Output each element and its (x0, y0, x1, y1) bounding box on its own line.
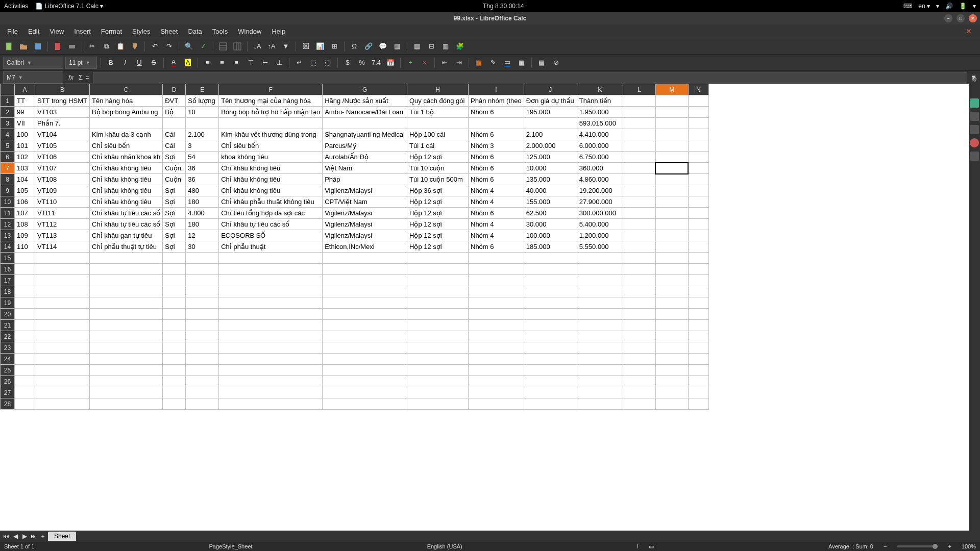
cell[interactable]: Sợi (163, 208, 186, 219)
cell[interactable] (688, 376, 708, 387)
cell[interactable] (577, 365, 623, 376)
cell[interactable] (407, 309, 469, 320)
cell[interactable]: Hộp 12 sợi (407, 230, 469, 241)
cell[interactable]: 6.000.000 (577, 140, 623, 152)
cell[interactable] (623, 118, 655, 129)
menu-view[interactable]: View (44, 26, 69, 37)
sidebar-styles-icon[interactable] (970, 112, 979, 121)
row-header[interactable]: 15 (1, 253, 15, 264)
cell[interactable] (163, 320, 186, 331)
cell[interactable] (469, 286, 524, 297)
cell[interactable] (655, 376, 688, 387)
cell[interactable]: Cuộn (163, 174, 186, 185)
row-header[interactable]: 27 (1, 387, 15, 398)
number-icon[interactable]: 7.4 (370, 57, 382, 69)
extension-icon[interactable]: 🧩 (454, 40, 466, 53)
cell[interactable] (219, 253, 323, 264)
app-indicator[interactable]: 📄 LibreOffice 7.1 Calc ▾ (35, 3, 103, 10)
cell[interactable] (469, 264, 524, 275)
cell[interactable]: Túi 10 cuộn (407, 163, 469, 174)
zoom-in-icon[interactable]: + (948, 543, 951, 549)
cell[interactable]: VT108 (35, 174, 90, 185)
cell[interactable] (163, 331, 186, 342)
cell[interactable] (90, 354, 163, 365)
cell[interactable] (15, 286, 35, 297)
cell[interactable]: Đơn giá dự thầu (524, 95, 577, 107)
cell[interactable] (577, 398, 623, 410)
cell[interactable] (524, 342, 577, 354)
cell[interactable]: Chỉ khâu không tiêu (90, 163, 163, 174)
cell[interactable] (407, 118, 469, 129)
col-header-D[interactable]: D (163, 84, 186, 95)
cell[interactable]: Quy cách đóng gói (407, 95, 469, 107)
cell[interactable] (524, 365, 577, 376)
sum-icon[interactable]: Σ (79, 73, 83, 81)
cell[interactable] (655, 163, 688, 174)
cell[interactable]: TT (15, 95, 35, 107)
cell[interactable] (623, 196, 655, 208)
cell[interactable] (323, 354, 407, 365)
cell[interactable]: Chỉ khâu tự tiêu các số (219, 219, 323, 230)
cell[interactable]: Túi 1 bộ (407, 107, 469, 118)
cell[interactable] (469, 297, 524, 309)
cell[interactable] (163, 118, 186, 129)
cell[interactable] (688, 163, 708, 174)
cell[interactable] (163, 365, 186, 376)
cell[interactable] (15, 331, 35, 342)
cell[interactable] (323, 376, 407, 387)
cell[interactable] (163, 286, 186, 297)
cell[interactable] (623, 152, 655, 163)
menu-edit[interactable]: Edit (23, 26, 44, 37)
cell[interactable] (688, 196, 708, 208)
cell[interactable]: 4.800 (186, 208, 219, 219)
cell[interactable]: Ambu- Nanocare/Đài Loan (323, 107, 407, 118)
cell[interactable]: 5.400.000 (577, 219, 623, 230)
cell[interactable] (688, 129, 708, 140)
cell[interactable] (90, 275, 163, 286)
cell[interactable]: 110 (15, 241, 35, 253)
cell[interactable] (90, 331, 163, 342)
underline-icon[interactable]: U (133, 57, 145, 69)
cell[interactable]: 4.410.000 (577, 129, 623, 140)
row-header[interactable]: 26 (1, 376, 15, 387)
gear-icon[interactable]: ⚙ (971, 76, 977, 83)
cell[interactable] (407, 376, 469, 387)
cell[interactable] (219, 320, 323, 331)
cell[interactable] (524, 264, 577, 275)
cell[interactable]: Sợi (163, 219, 186, 230)
cell[interactable] (219, 264, 323, 275)
bold-icon[interactable]: B (105, 57, 117, 69)
cell[interactable] (35, 342, 90, 354)
cell[interactable]: 100 (15, 129, 35, 140)
cell[interactable]: Nhóm 6 (469, 241, 524, 253)
cell[interactable] (186, 320, 219, 331)
row-header[interactable]: 11 (1, 208, 15, 219)
cell[interactable]: 180 (186, 196, 219, 208)
cell[interactable]: Tên hàng hóa (90, 95, 163, 107)
cell[interactable] (163, 354, 186, 365)
cell[interactable] (623, 174, 655, 185)
row-header[interactable]: 5 (1, 140, 15, 152)
cell[interactable]: Tên thương mại của hàng hóa (219, 95, 323, 107)
cell[interactable] (186, 275, 219, 286)
cell[interactable] (577, 331, 623, 342)
cell[interactable]: ECOSORB SỐ (219, 230, 323, 241)
cell[interactable]: 180 (186, 219, 219, 230)
cell[interactable] (577, 309, 623, 320)
cell[interactable]: VII (15, 118, 35, 129)
cell[interactable] (577, 354, 623, 365)
font-size-combo[interactable]: 11 pt▼ (65, 57, 97, 69)
cut-icon[interactable]: ✂ (86, 40, 98, 53)
row-header[interactable]: 7 (1, 163, 15, 174)
cell[interactable] (469, 365, 524, 376)
cell[interactable]: Nhóm 4 (469, 185, 524, 196)
cell[interactable]: 480 (186, 185, 219, 196)
cell[interactable] (688, 264, 708, 275)
cell[interactable] (323, 297, 407, 309)
cell[interactable]: Chỉ khâu không tiêu (219, 185, 323, 196)
strike-icon[interactable]: S (148, 57, 160, 69)
cell[interactable]: khoa không tiêu (219, 152, 323, 163)
indent-dec-icon[interactable]: ⇤ (438, 57, 451, 69)
cell[interactable] (688, 320, 708, 331)
cell[interactable] (186, 253, 219, 264)
